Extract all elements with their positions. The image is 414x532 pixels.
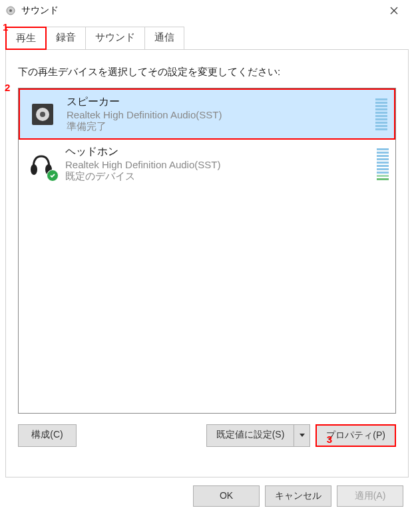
tab-playback[interactable]: 再生 (5, 27, 47, 50)
tab-panel: 下の再生デバイスを選択してその設定を変更してください: 2 スピーカー Real… (5, 49, 409, 477)
device-status: 準備完了 (67, 120, 370, 133)
device-icon-wrap (27, 98, 59, 130)
device-info: スピーカー Realtek High Definition Audio(SST)… (67, 95, 370, 133)
device-item-headphone[interactable]: ヘッドホン Realtek High Definition Audio(SST)… (19, 140, 395, 188)
annotation-1: 1 (3, 21, 8, 33)
device-name: ヘッドホン (65, 145, 371, 159)
tab-recording[interactable]: 録音 (46, 27, 86, 50)
sound-icon (5, 5, 16, 16)
device-info: ヘッドホン Realtek High Definition Audio(SST)… (65, 145, 371, 183)
configure-button[interactable]: 構成(C) (18, 424, 77, 447)
dialog-button-row: OK キャンセル 適用(A) (0, 485, 414, 517)
speaker-icon (27, 98, 59, 130)
level-meter (377, 148, 389, 180)
set-default-split-button: 既定値に設定(S) (206, 424, 311, 447)
panel-button-row: 構成(C) 既定値に設定(S) プロパティ(P) (18, 424, 396, 447)
device-driver: Realtek High Definition Audio(SST) (67, 109, 370, 120)
device-name: スピーカー (67, 95, 370, 109)
device-status: 既定のデバイス (65, 170, 371, 183)
window-title: サウンド (21, 5, 379, 17)
device-item-speaker[interactable]: スピーカー Realtek High Definition Audio(SST)… (19, 88, 395, 140)
chevron-down-icon (300, 434, 305, 438)
set-default-dropdown[interactable] (294, 424, 310, 447)
annotation-2: 2 (5, 82, 10, 93)
level-meter (375, 98, 387, 130)
device-driver: Realtek High Definition Audio(SST) (65, 159, 371, 170)
annotation-3: 3 (327, 434, 332, 445)
default-badge-icon (47, 170, 59, 182)
ok-button[interactable]: OK (193, 485, 260, 507)
tab-communications[interactable]: 通信 (144, 27, 184, 50)
tab-container: 再生 録音 サウンド 通信 (0, 21, 414, 50)
apply-button[interactable]: 適用(A) (337, 485, 403, 507)
svg-point-1 (9, 9, 12, 12)
tabs: 再生 録音 サウンド 通信 (5, 27, 409, 50)
device-list: スピーカー Realtek High Definition Audio(SST)… (18, 88, 396, 414)
svg-point-4 (40, 112, 45, 117)
device-icon-wrap (25, 148, 57, 180)
close-button[interactable] (379, 0, 409, 21)
set-default-button[interactable]: 既定値に設定(S) (206, 424, 295, 447)
titlebar: サウンド (0, 0, 414, 21)
cancel-button[interactable]: キャンセル (265, 485, 331, 507)
svg-point-5 (31, 164, 37, 175)
tab-sounds[interactable]: サウンド (85, 27, 145, 50)
instruction-text: 下の再生デバイスを選択してその設定を変更してください: (18, 66, 396, 78)
